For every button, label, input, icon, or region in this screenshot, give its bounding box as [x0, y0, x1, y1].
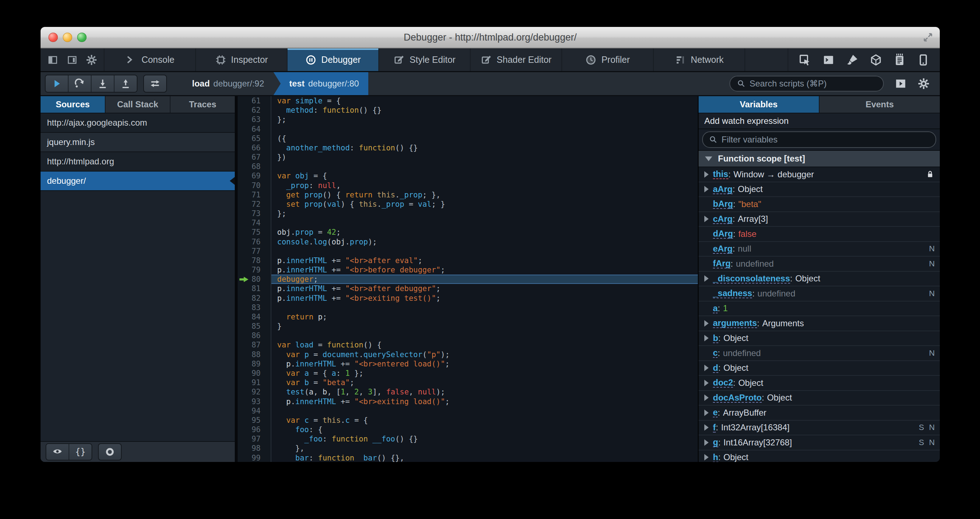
- code-line-84[interactable]: 84 return p;: [238, 312, 698, 322]
- code-line-79[interactable]: 79p.innerHTML += "<br>before debugger";: [238, 265, 698, 275]
- variable-name[interactable]: fArg: [713, 259, 730, 269]
- variable-row-_disconsolateness[interactable]: _disconsolateness: Object: [698, 272, 940, 287]
- line-gutter[interactable]: 94: [238, 406, 271, 416]
- line-number[interactable]: 79: [238, 265, 261, 275]
- code-line-76[interactable]: 76console.log(obj.prop);: [238, 237, 698, 247]
- code-line-98[interactable]: 98 },: [238, 444, 698, 453]
- expand-arrow-icon[interactable]: [704, 171, 709, 178]
- line-number[interactable]: 72: [238, 199, 261, 209]
- variable-value[interactable]: Object: [767, 393, 792, 403]
- code-line-68[interactable]: 68: [238, 162, 698, 171]
- code-line-94[interactable]: 94: [238, 406, 698, 416]
- line-gutter[interactable]: 90: [238, 369, 271, 378]
- blackbox-eye-button[interactable]: [46, 444, 69, 460]
- expand-arrow-icon[interactable]: [704, 216, 709, 222]
- variable-name[interactable]: arguments: [713, 318, 757, 328]
- code-line-97[interactable]: 97 _foo: function __foo() {}: [238, 434, 698, 444]
- line-number[interactable]: 88: [238, 350, 261, 359]
- line-gutter[interactable]: 70: [238, 181, 271, 190]
- pick-element-icon[interactable]: [799, 54, 811, 67]
- pause-on-exceptions-button[interactable]: [98, 443, 122, 460]
- line-number[interactable]: 86: [238, 331, 261, 340]
- line-gutter[interactable]: 62: [238, 105, 271, 115]
- variable-value[interactable]: Int32Array[16384]: [721, 422, 790, 433]
- line-number[interactable]: 89: [238, 359, 261, 369]
- expand-arrow-icon[interactable]: [704, 186, 709, 193]
- step-over-button[interactable]: [68, 75, 92, 92]
- 3d-view-icon[interactable]: [869, 54, 882, 67]
- tab-sources[interactable]: Sources: [41, 96, 105, 113]
- step-out-button[interactable]: [115, 75, 137, 92]
- line-gutter[interactable]: 69: [238, 171, 271, 180]
- line-gutter[interactable]: 79: [238, 265, 271, 275]
- line-number[interactable]: 81: [238, 284, 261, 293]
- code-line-89[interactable]: 89 p.innerHTML += "<br>entered load()";: [238, 359, 698, 369]
- line-number[interactable]: 91: [238, 378, 261, 387]
- variable-row-dArg[interactable]: dArg: false: [698, 227, 940, 242]
- code-line-88[interactable]: 88 var p = document.querySelector("p");: [238, 350, 698, 359]
- code-line-75[interactable]: 75obj.prop = 42;: [238, 228, 698, 237]
- variable-name[interactable]: aArg: [713, 185, 733, 194]
- line-number[interactable]: 67: [238, 153, 261, 162]
- gear-icon[interactable]: [918, 78, 930, 90]
- line-gutter[interactable]: 75: [238, 228, 271, 237]
- variable-name[interactable]: a: [713, 304, 718, 313]
- line-gutter[interactable]: 86: [238, 331, 271, 340]
- line-gutter[interactable]: 67: [238, 153, 271, 162]
- variable-value[interactable]: Object: [723, 452, 748, 462]
- code-line-96[interactable]: 96 foo: {: [238, 425, 698, 434]
- source-group-http-htmlpad.org[interactable]: http://htmlpad.org: [41, 152, 235, 172]
- variable-value[interactable]: false: [738, 229, 757, 239]
- variable-row-f[interactable]: f: Int32Array[16384]SN: [698, 421, 940, 436]
- variable-row-aArg[interactable]: aArg: Object: [698, 182, 940, 197]
- line-number[interactable]: 82: [238, 294, 261, 303]
- minimize-button[interactable]: [63, 33, 72, 42]
- tab-shader-editor[interactable]: Shader Editor: [471, 48, 562, 71]
- line-gutter[interactable]: 74: [238, 218, 271, 228]
- code-line-80[interactable]: 80debugger;: [238, 275, 698, 284]
- variable-row-doc2[interactable]: doc2: Object: [698, 376, 940, 391]
- tab-debugger[interactable]: Debugger: [288, 48, 379, 71]
- line-number[interactable]: 85: [238, 322, 261, 331]
- variable-row-a[interactable]: a: 1: [698, 301, 940, 317]
- variable-row-fArg[interactable]: fArg: undefinedN: [698, 256, 940, 272]
- source-item-jquery.min.js[interactable]: jquery.min.js: [41, 133, 235, 152]
- search-scripts-input[interactable]: Search scripts (⌘P): [729, 76, 884, 92]
- variable-value[interactable]: Window → debugger: [733, 169, 814, 180]
- code-line-93[interactable]: 93 p.innerHTML += "<br>exiting load()";: [238, 397, 698, 406]
- code-line-82[interactable]: 82p.innerHTML += "<br>exiting test()";: [238, 294, 698, 303]
- variable-row-this[interactable]: this: Window → debugger: [698, 167, 940, 182]
- variable-value[interactable]: 1: [723, 303, 728, 313]
- line-gutter[interactable]: 73: [238, 209, 271, 218]
- expand-arrow-icon[interactable]: [704, 380, 709, 386]
- tab-profiler[interactable]: Profiler: [562, 48, 654, 71]
- expand-arrow-icon[interactable]: [704, 395, 709, 401]
- line-number[interactable]: 70: [238, 181, 261, 190]
- scope-header[interactable]: Function scope [test]: [698, 151, 940, 167]
- expand-arrow-icon[interactable]: [704, 439, 709, 446]
- variable-row-g[interactable]: g: Int16Array[32768]SN: [698, 435, 940, 451]
- tab-network[interactable]: Network: [654, 48, 745, 71]
- line-number[interactable]: 77: [238, 247, 261, 256]
- code-line-71[interactable]: 71 get prop() { return this._prop; },: [238, 190, 698, 199]
- line-number[interactable]: 83: [238, 303, 261, 312]
- code-line-78[interactable]: 78p.innerHTML += "<br>after eval";: [238, 256, 698, 265]
- code-line-87[interactable]: 87var load = function() {: [238, 340, 698, 350]
- line-gutter[interactable]: 77: [238, 247, 271, 256]
- expand-arrow-icon[interactable]: [704, 365, 709, 371]
- variable-row-arguments[interactable]: arguments: Arguments: [698, 316, 940, 331]
- code-line-62[interactable]: 62 method: function() {}: [238, 105, 698, 115]
- filter-variables-input[interactable]: Filter variables: [702, 131, 936, 148]
- variable-value[interactable]: Arguments: [762, 318, 804, 328]
- line-gutter[interactable]: 72: [238, 199, 271, 209]
- variable-name[interactable]: g: [713, 438, 718, 447]
- line-number[interactable]: 75: [238, 228, 261, 237]
- variable-value[interactable]: null: [738, 244, 751, 254]
- variable-row-_sadness[interactable]: _sadness: undefinedN: [698, 287, 940, 301]
- variable-name[interactable]: c: [713, 348, 718, 358]
- code-line-70[interactable]: 70 _prop: null,: [238, 181, 698, 190]
- line-gutter[interactable]: 85: [238, 322, 271, 331]
- line-gutter[interactable]: 83: [238, 303, 271, 312]
- variable-name[interactable]: b: [713, 333, 718, 343]
- line-gutter[interactable]: 98: [238, 444, 271, 453]
